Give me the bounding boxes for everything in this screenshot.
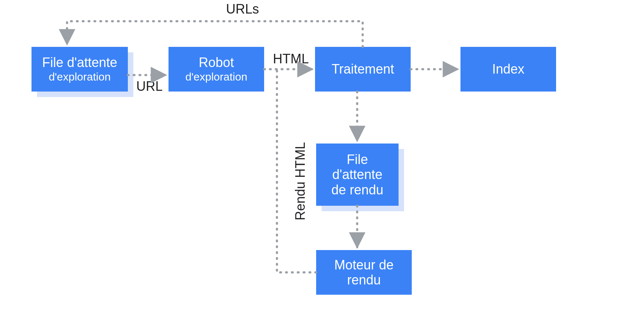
node-index: Index xyxy=(460,47,556,92)
node-label-sub: d'exploration xyxy=(49,71,111,83)
node-render-queue: File d'attente de rendu xyxy=(316,144,399,206)
node-label-line2: rendu xyxy=(347,272,381,287)
edge-processing-to-crawl-queue xyxy=(67,21,363,47)
node-label-line3: de rendu xyxy=(331,182,383,197)
node-label-main: Index xyxy=(492,62,524,77)
node-label-line1: File xyxy=(347,152,368,167)
node-label-main: Robot xyxy=(199,55,234,70)
edge-label-url: URL xyxy=(127,79,171,94)
node-processing: Traitement xyxy=(315,47,411,92)
edge-label-rendu-html: Rendu HTML xyxy=(293,134,308,229)
node-crawl-queue: File d'attente d'exploration xyxy=(32,47,128,92)
node-label-main: Traitement xyxy=(332,62,394,77)
edge-label-urls: URLs xyxy=(217,1,268,17)
diagram-canvas: File d'attente d'exploration Robot d'exp… xyxy=(0,0,644,324)
node-crawler: Robot d'exploration xyxy=(169,47,264,92)
node-renderer: Moteur de rendu xyxy=(316,250,412,295)
edge-label-html: HTML xyxy=(265,51,317,67)
node-label-line2: d'attente xyxy=(332,167,382,182)
node-label-main: File d'attente xyxy=(42,55,117,70)
node-label-line1: Moteur de xyxy=(334,257,393,272)
node-label-sub: d'exploration xyxy=(185,71,247,83)
